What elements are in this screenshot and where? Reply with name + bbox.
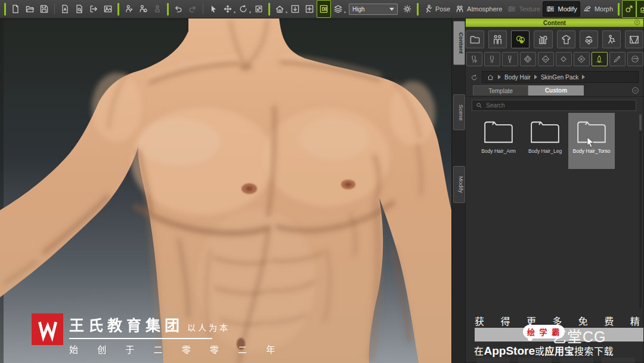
morph-button[interactable]: Morph xyxy=(580,2,615,16)
camera-view-button[interactable] xyxy=(317,0,331,18)
category-cloth-pair-button[interactable] xyxy=(534,30,552,48)
folder-item-body-hair-leg[interactable]: Body Hair_Leg xyxy=(522,113,568,169)
viewport-3d[interactable]: 王氏教育集团 以人为本 始 创 于 二 零 零 二 年 xyxy=(0,18,451,363)
subcategory-body-torso-button[interactable] xyxy=(502,52,518,66)
panel-title-bar[interactable]: Content xyxy=(466,19,643,27)
wangshi-logo xyxy=(32,313,63,345)
tab-template[interactable]: Template xyxy=(473,85,528,96)
tool-option-dot[interactable] xyxy=(286,11,287,13)
breadcrumb-item-body-hair[interactable]: Body Hair xyxy=(504,74,531,81)
panel-scrollbar[interactable] xyxy=(639,114,642,309)
redo-button[interactable] xyxy=(185,2,200,16)
side-dock: Content Scene Modify xyxy=(451,18,466,363)
toolbar-separator xyxy=(54,4,55,14)
breadcrumb-item-skingen-pack[interactable]: SkinGen Pack xyxy=(541,74,578,81)
atmosphere-label: Atmosphere xyxy=(467,5,502,13)
character-transfer-button[interactable] xyxy=(122,2,136,16)
chevron-down-circle-icon[interactable] xyxy=(631,87,639,94)
brightness-button[interactable] xyxy=(400,2,414,16)
rotate-tool-button[interactable] xyxy=(236,2,250,16)
pose-button[interactable]: Pose xyxy=(421,2,453,16)
folder-item-body-hair-arm[interactable]: Body Hair_Arm xyxy=(475,113,522,169)
media-button[interactable] xyxy=(101,2,115,16)
dock-tab-modify[interactable]: Modify xyxy=(453,166,465,203)
toolbar-separator xyxy=(268,3,270,16)
watermark-subtitle: 始 创 于 二 零 零 二 年 xyxy=(69,343,283,355)
male-curve-button[interactable] xyxy=(636,0,644,18)
subcategory-body-hair-button[interactable] xyxy=(592,52,608,66)
quality-dropdown[interactable]: High xyxy=(349,4,398,15)
texture-button[interactable]: Texture xyxy=(504,2,543,16)
modify-label: Modify xyxy=(558,5,577,13)
dock-tab-scene[interactable]: Scene xyxy=(453,94,465,130)
male-symbol-button[interactable] xyxy=(622,0,636,18)
category-skin-button[interactable] xyxy=(511,30,530,48)
move-tool-button[interactable] xyxy=(221,2,235,16)
watermark-divider xyxy=(69,338,212,339)
tool-option-dot[interactable] xyxy=(249,11,251,13)
home-view-button[interactable] xyxy=(273,2,287,16)
subcategory-pen-button[interactable] xyxy=(609,52,626,66)
ad-line3-or: 或 xyxy=(535,346,545,356)
quality-value: High xyxy=(352,6,365,13)
undo-button[interactable] xyxy=(171,2,185,16)
category-accessory-button[interactable] xyxy=(580,30,598,48)
subcategory-diamond-ribbon-button[interactable] xyxy=(538,52,554,66)
panel-title: Content xyxy=(543,20,566,26)
category-stage-button[interactable] xyxy=(625,30,643,48)
tool-option-dot[interactable] xyxy=(344,11,346,13)
open-file-button[interactable] xyxy=(23,2,37,16)
select-tool-button[interactable] xyxy=(206,2,221,16)
export-button[interactable] xyxy=(86,2,101,16)
category-cloth-button[interactable] xyxy=(557,30,575,48)
category-folder-button[interactable] xyxy=(466,30,484,48)
ad-line3-appstore: AppStore xyxy=(484,344,535,357)
category-actors-button[interactable] xyxy=(488,30,507,48)
layers-button[interactable] xyxy=(331,2,345,16)
category-prop-button[interactable] xyxy=(602,30,621,48)
subcategory-body-leg-button[interactable] xyxy=(484,52,500,66)
frame-down-button[interactable] xyxy=(288,2,302,16)
pose-label: Pose xyxy=(435,5,450,13)
tool-option-dot[interactable] xyxy=(234,11,236,13)
subcategory-diamond-button[interactable] xyxy=(556,52,572,66)
dock-tab-content[interactable]: Content xyxy=(453,21,465,65)
subcategory-diamond-eye-button[interactable] xyxy=(574,52,590,66)
save-button[interactable] xyxy=(37,2,51,16)
character-settings-button[interactable] xyxy=(136,2,150,16)
scrollbar-thumb[interactable] xyxy=(639,114,642,131)
subcategory-body-arm-button[interactable] xyxy=(466,52,482,66)
search-box[interactable] xyxy=(472,100,636,111)
partially-visible-thumbnails xyxy=(466,358,643,363)
character-pose-button[interactable] xyxy=(150,2,165,16)
search-input[interactable] xyxy=(486,102,632,109)
toolbar-separator xyxy=(203,4,203,14)
breadcrumb-arrow-icon xyxy=(534,75,537,79)
search-icon xyxy=(476,102,482,109)
breadcrumb-back-icon[interactable] xyxy=(470,73,478,81)
frame-plus-button[interactable] xyxy=(302,2,317,16)
close-icon[interactable] xyxy=(634,19,640,26)
breadcrumb-home-icon[interactable] xyxy=(487,73,494,81)
subcategory-layered-diamond-button[interactable] xyxy=(520,52,536,66)
ad-line3-suffix: 搜索下载 xyxy=(574,346,614,356)
atmosphere-button[interactable]: Atmosphere xyxy=(453,2,504,16)
import-doc-button[interactable] xyxy=(58,2,72,16)
application-window: High Pose Atmosphere Texture Modify Morp… xyxy=(0,0,644,363)
modify-button[interactable]: Modify xyxy=(543,1,580,17)
subcategory-circle-arrow-button[interactable] xyxy=(627,52,643,66)
folder-label: Body Hair_Leg xyxy=(528,148,562,154)
scale-tool-button[interactable] xyxy=(252,2,266,16)
w-logo-icon xyxy=(35,317,60,342)
toolbar-separator xyxy=(4,3,6,16)
toolbar-separator xyxy=(618,3,620,16)
folder-label: Body Hair_Torso xyxy=(573,148,611,154)
ad-line3-yingyongbao: 应用宝 xyxy=(545,346,575,356)
new-file-button[interactable] xyxy=(8,2,23,16)
main-toolbar: High Pose Atmosphere Texture Modify Morp… xyxy=(0,0,644,19)
texture-label: Texture xyxy=(519,5,540,13)
tab-custom[interactable]: Custom xyxy=(528,85,584,96)
folder-icon xyxy=(529,119,561,144)
preview-doc-button[interactable] xyxy=(72,2,86,16)
breadcrumb-arrow-icon xyxy=(582,75,585,79)
